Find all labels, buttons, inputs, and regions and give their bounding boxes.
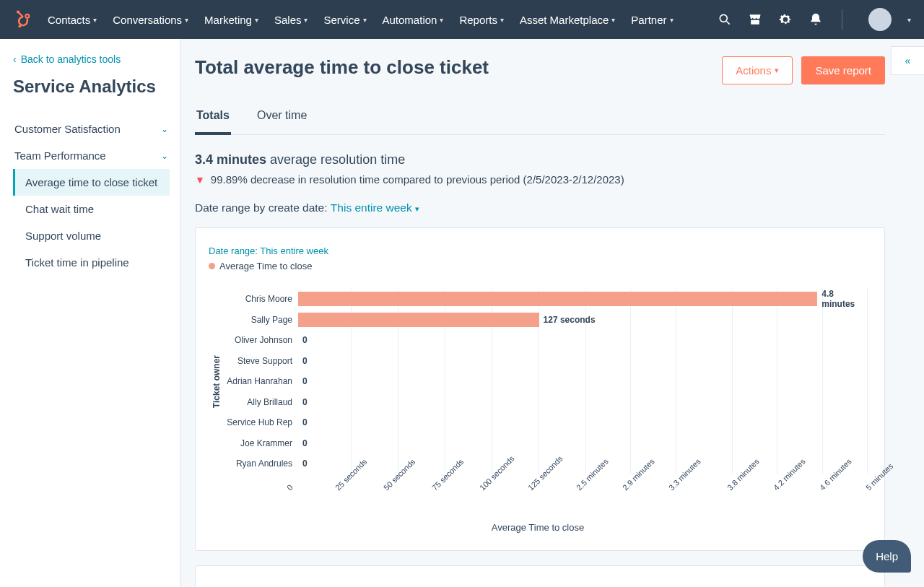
sidebar-title: Service Analytics bbox=[13, 77, 170, 97]
svg-point-4 bbox=[720, 14, 727, 22]
sidebar-item-ticket-pipeline[interactable]: Ticket time in pipeline bbox=[13, 249, 170, 276]
nav-items: Contacts▾ Conversations▾ Marketing▾ Sale… bbox=[48, 14, 718, 26]
sidebar: ‹ Back to analytics tools Service Analyt… bbox=[0, 39, 180, 587]
x-axis-label: Average Time to close bbox=[209, 522, 867, 533]
chart-row: Sally Page127 seconds bbox=[225, 310, 867, 331]
nav-service[interactable]: Service▾ bbox=[323, 14, 366, 26]
chevron-down-icon: ▾ bbox=[775, 66, 779, 75]
row-label: Ally Brillaud bbox=[225, 397, 298, 407]
tabs: Totals Over time bbox=[195, 102, 885, 135]
chevron-down-icon: ▾ bbox=[93, 16, 97, 24]
notifications-bell-icon[interactable] bbox=[808, 12, 823, 27]
actions-button[interactable]: Actions▾ bbox=[722, 56, 793, 84]
tab-totals[interactable]: Totals bbox=[195, 102, 231, 135]
y-axis-label: Ticket owner bbox=[209, 355, 225, 408]
bar-value: 0 bbox=[302, 438, 308, 448]
nav-contacts[interactable]: Contacts▾ bbox=[48, 14, 97, 26]
chart-row: Oliver Johnson0 bbox=[225, 330, 867, 351]
chevron-down-icon: ▾ bbox=[415, 204, 419, 213]
nav-conversations[interactable]: Conversations▾ bbox=[113, 14, 188, 26]
nav-partner[interactable]: Partner▾ bbox=[631, 14, 673, 26]
user-avatar[interactable] bbox=[868, 8, 892, 31]
row-label: Adrian Hanrahan bbox=[225, 376, 298, 386]
bar-value: 0 bbox=[302, 417, 308, 427]
chevron-down-icon: ▾ bbox=[670, 16, 674, 24]
chart-row: Service Hub Rep0 bbox=[225, 412, 867, 433]
row-label: Sally Page bbox=[225, 315, 298, 325]
row-label: Ryan Andrules bbox=[225, 458, 298, 469]
chart-card: Date range: This entire week Average Tim… bbox=[195, 227, 885, 551]
chevron-down-icon: ▾ bbox=[363, 16, 367, 24]
nav-right: ▾ bbox=[718, 8, 911, 31]
chevron-down-icon[interactable]: ▾ bbox=[907, 16, 911, 24]
chart-rows: Chris Moore4.8 minutesSally Page127 seco… bbox=[225, 289, 867, 474]
bar[interactable] bbox=[298, 313, 539, 327]
bar[interactable] bbox=[298, 292, 817, 306]
date-range-picker[interactable]: This entire week ▾ bbox=[331, 201, 419, 214]
chevron-down-icon: ▾ bbox=[185, 16, 188, 24]
row-label: Oliver Johnson bbox=[225, 335, 298, 345]
chart-subtitle: Date range: This entire week bbox=[209, 245, 867, 256]
search-icon[interactable] bbox=[718, 12, 732, 27]
chevron-double-left-icon: « bbox=[905, 55, 911, 66]
hubspot-logo-icon[interactable] bbox=[13, 9, 33, 30]
main-content: Total average time to close ticket Actio… bbox=[180, 39, 924, 587]
nav-automation[interactable]: Automation▾ bbox=[383, 14, 444, 26]
chevron-down-icon: ▾ bbox=[440, 16, 443, 24]
chart-row: Adrian Hanrahan0 bbox=[225, 371, 867, 392]
bar-value: 0 bbox=[302, 397, 308, 407]
nav-reports[interactable]: Reports▾ bbox=[459, 14, 504, 26]
settings-gear-icon[interactable] bbox=[778, 12, 793, 27]
legend-dot-icon bbox=[209, 263, 215, 269]
page-title: Total average time to close ticket bbox=[195, 56, 489, 79]
svg-point-1 bbox=[26, 15, 28, 17]
chart-card-next bbox=[195, 565, 885, 588]
bar-value: 0 bbox=[302, 376, 308, 386]
nav-asset-marketplace[interactable]: Asset Marketplace▾ bbox=[520, 14, 615, 26]
sidebar-item-avg-time-close[interactable]: Average time to close ticket bbox=[13, 169, 170, 196]
help-button[interactable]: Help bbox=[863, 540, 911, 573]
decrease-triangle-icon: ▼ bbox=[195, 174, 205, 186]
chevron-down-icon: ▾ bbox=[500, 16, 504, 24]
sidebar-item-support-volume[interactable]: Support volume bbox=[13, 222, 170, 249]
summary-line: 3.4 minutes average resolution time bbox=[195, 152, 885, 168]
marketplace-icon[interactable] bbox=[748, 12, 762, 27]
chevron-down-icon: ⌄ bbox=[161, 151, 168, 161]
nav-marketing[interactable]: Marketing▾ bbox=[204, 14, 258, 26]
row-label: Joe Krammer bbox=[225, 438, 298, 448]
divider bbox=[842, 9, 842, 30]
chart-row: Joe Krammer0 bbox=[225, 433, 867, 454]
chevron-down-icon: ⌄ bbox=[161, 124, 168, 134]
chart-row: Ally Brillaud0 bbox=[225, 392, 867, 413]
collapse-panel-button[interactable]: « bbox=[891, 46, 924, 75]
x-tick: 5 minutes bbox=[864, 461, 894, 492]
chevron-down-icon: ▾ bbox=[304, 16, 308, 24]
chart: Ticket owner Chris Moore4.8 minutesSally… bbox=[209, 289, 867, 474]
bar-value: 127 seconds bbox=[544, 315, 596, 325]
svg-point-3 bbox=[18, 25, 21, 27]
tab-over-time[interactable]: Over time bbox=[256, 102, 308, 135]
nav-sales[interactable]: Sales▾ bbox=[274, 14, 308, 26]
save-report-button[interactable]: Save report bbox=[801, 56, 885, 84]
chevron-down-icon: ▾ bbox=[611, 16, 615, 24]
chart-row: Steve Support0 bbox=[225, 351, 867, 372]
top-nav: Contacts▾ Conversations▾ Marketing▾ Sale… bbox=[0, 0, 924, 39]
back-link[interactable]: ‹ Back to analytics tools bbox=[13, 53, 170, 65]
bar-value: 4.8 minutes bbox=[821, 289, 867, 309]
row-label: Chris Moore bbox=[225, 294, 298, 304]
sidebar-item-chat-wait[interactable]: Chat wait time bbox=[13, 196, 170, 222]
chart-legend: Average Time to close bbox=[209, 261, 867, 271]
chevron-down-icon: ▾ bbox=[255, 16, 258, 24]
row-label: Service Hub Rep bbox=[225, 417, 298, 427]
x-tick: 0 bbox=[285, 482, 295, 492]
sidebar-section-team-performance[interactable]: Team Performance ⌄ bbox=[13, 142, 170, 169]
sidebar-section-customer-satisfaction[interactable]: Customer Satisfaction ⌄ bbox=[13, 116, 170, 142]
chart-row: Chris Moore4.8 minutes bbox=[225, 289, 867, 310]
bar-value: 0 bbox=[302, 458, 308, 469]
bar-value: 0 bbox=[302, 335, 308, 345]
date-range-row: Date range by create date: This entire w… bbox=[195, 201, 885, 214]
bar-value: 0 bbox=[302, 356, 308, 366]
row-label: Steve Support bbox=[225, 356, 298, 366]
summary-delta: ▼ 99.89% decrease in resolution time com… bbox=[195, 173, 885, 186]
sidebar-subitems: Average time to close ticket Chat wait t… bbox=[13, 169, 170, 276]
